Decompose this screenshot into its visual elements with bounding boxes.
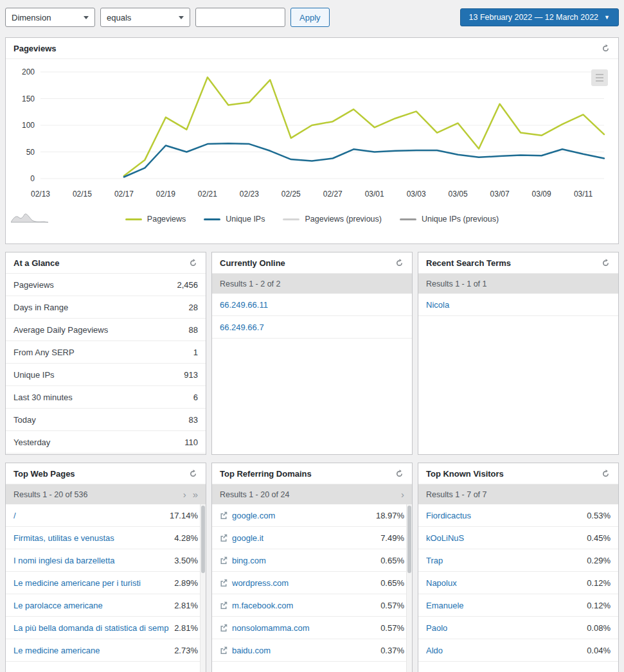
y-axis-tick-label: 50 xyxy=(26,148,35,157)
web-page-link[interactable]: Le parolacce americane xyxy=(13,601,103,610)
pagination: › xyxy=(401,490,404,499)
next-page-button[interactable]: › xyxy=(183,490,186,499)
known-visitor-link[interactable]: Paolo xyxy=(426,623,447,633)
list-item-percentage: 2.81% xyxy=(174,623,198,633)
known-visitor-link[interactable]: Napolux xyxy=(426,578,457,588)
referring-domain-link[interactable]: nonsolomamma.com xyxy=(232,623,310,633)
web-page-link[interactable]: I nomi inglesi da barzelletta xyxy=(13,556,115,565)
web-page-link[interactable]: Le medicine americane per i turisti xyxy=(13,578,141,588)
visitor-ip-link[interactable]: 66.249.66.11 xyxy=(220,300,268,310)
last-page-button[interactable]: » xyxy=(193,490,198,499)
scrollbar[interactable] xyxy=(406,504,412,672)
results-text: Results 1 - 1 of 1 xyxy=(426,279,487,288)
currently-online-list: 66.249.66.1166.249.66.7 xyxy=(212,294,412,339)
scrollbar-thumb[interactable] xyxy=(201,506,205,573)
list-item: google.com18.97% xyxy=(212,504,412,527)
panel-title: Currently Online xyxy=(220,258,285,268)
refresh-icon[interactable] xyxy=(395,258,404,268)
stats-row-1: At a Glance Pageviews2,456Days in Range2… xyxy=(5,252,619,455)
referring-domain-link[interactable]: wordpress.com xyxy=(232,578,289,588)
list-item-label: Emanuele xyxy=(426,601,464,610)
x-axis-tick-label: 03/07 xyxy=(490,190,510,199)
search-term-link[interactable]: Nicola xyxy=(426,300,449,310)
chart-options-button[interactable] xyxy=(591,69,608,86)
legend-label: Unique IPs (previous) xyxy=(422,215,499,224)
known-visitor-link[interactable]: kOoLiNuS xyxy=(426,533,464,543)
stats-row-2: Top Web Pages Results 1 - 20 of 536 › » … xyxy=(5,463,619,672)
list-item-percentage: 0.12% xyxy=(587,578,611,588)
list-item: Le parolacce americane2.81% xyxy=(6,594,206,617)
list-item: google.it7.49% xyxy=(212,527,412,549)
operator-select[interactable]: equals xyxy=(100,8,190,27)
results-bar: Results 1 - 1 of 1 xyxy=(418,274,618,294)
list-item-percentage: 0.65% xyxy=(380,578,404,588)
recent-search-terms-header: Recent Search Terms xyxy=(418,252,618,274)
refresh-icon[interactable] xyxy=(188,469,198,479)
web-page-link[interactable]: Firmitas, utilitas e venustas xyxy=(13,533,114,543)
list-item-label: kOoLiNuS xyxy=(426,533,464,543)
known-visitor-link[interactable]: Fiordicactus xyxy=(426,511,471,520)
glance-value: 2,456 xyxy=(177,280,198,290)
list-item-label: La più bella domanda di statistica di se… xyxy=(13,623,169,633)
known-visitor-link[interactable]: Emanuele xyxy=(426,601,464,610)
list-item-percentage: 2.89% xyxy=(174,578,198,588)
list-item-percentage: 4.28% xyxy=(174,533,198,543)
list-item: I nomi inglesi da barzelletta3.50% xyxy=(6,549,206,572)
glance-label: Days in Range xyxy=(13,303,68,312)
glance-value: 110 xyxy=(184,438,198,447)
list-item-percentage: 0.12% xyxy=(587,601,611,610)
list-item-percentage: 7.49% xyxy=(380,533,404,543)
list-item: Paolo0.08% xyxy=(418,617,618,639)
list-item-label: / xyxy=(13,511,16,520)
known-visitor-link[interactable]: Aldo xyxy=(426,646,443,655)
date-range-label: 13 February 2022 — 12 March 2022 xyxy=(469,13,599,22)
visitor-ip-link[interactable]: 66.249.66.7 xyxy=(220,323,264,332)
list-item-percentage: 0.57% xyxy=(380,601,404,610)
refresh-icon[interactable] xyxy=(395,469,404,479)
glance-row: Last 30 minutes6 xyxy=(6,386,206,409)
glance-value: 88 xyxy=(189,325,198,335)
results-text: Results 1 - 20 of 24 xyxy=(220,490,289,499)
pagination: › » xyxy=(183,490,198,499)
series-line xyxy=(124,77,604,175)
list-item: Le medicine americane2.73% xyxy=(6,639,206,662)
list-item-label: google.it xyxy=(220,533,263,543)
web-page-link[interactable]: / xyxy=(13,511,16,520)
refresh-icon[interactable] xyxy=(188,258,198,268)
referring-domain-link[interactable]: google.it xyxy=(232,533,263,543)
web-page-link[interactable]: La più bella domanda di statistica di se… xyxy=(13,623,169,633)
external-link-icon xyxy=(220,511,227,519)
refresh-icon[interactable] xyxy=(601,44,611,53)
results-bar: Results 1 - 2 of 2 xyxy=(212,274,412,294)
chart-legend: PageviewsUnique IPsPageviews (previous)U… xyxy=(12,215,612,224)
referring-domain-link[interactable]: bing.com xyxy=(232,556,266,565)
top-known-visitors-panel: Top Known Visitors Results 1 - 7 of 7 Fi… xyxy=(418,463,619,672)
list-item-label: baidu.com xyxy=(220,646,271,655)
dimension-select[interactable]: Dimension xyxy=(5,8,95,27)
referring-domain-link[interactable]: baidu.com xyxy=(232,646,271,655)
known-visitor-link[interactable]: Trap xyxy=(426,556,443,565)
filter-value-input[interactable] xyxy=(195,8,285,27)
scrollbar-thumb[interactable] xyxy=(407,506,411,573)
list-item-percentage: 0.04% xyxy=(587,646,611,655)
apply-button[interactable]: Apply xyxy=(290,8,330,27)
external-link-icon xyxy=(220,579,227,587)
date-range-button[interactable]: 13 February 2022 — 12 March 2022 ▼ xyxy=(460,8,619,26)
referring-domain-link[interactable]: m.facebook.com xyxy=(232,601,293,610)
glance-row: Pageviews2,456 xyxy=(6,274,206,296)
legend-swatch xyxy=(204,218,220,220)
web-page-link[interactable]: Le medicine americane xyxy=(13,646,100,655)
next-page-button[interactable]: › xyxy=(401,490,404,499)
referring-domain-link[interactable]: google.com xyxy=(232,511,275,520)
filter-bar: Dimension equals Apply 13 February 2022 … xyxy=(5,8,619,27)
panel-title: Pageviews xyxy=(13,44,57,53)
list-item: Firmitas, utilitas e venustas4.28% xyxy=(6,527,206,549)
refresh-icon[interactable] xyxy=(601,469,611,479)
external-link-icon xyxy=(220,556,227,564)
list-item-label: I nomi inglesi da barzelletta xyxy=(13,556,115,565)
caret-down-icon: ▼ xyxy=(604,15,610,21)
top-web-pages-header: Top Web Pages xyxy=(6,463,206,484)
scrollbar[interactable] xyxy=(200,504,206,672)
glance-row: Average Daily Pageviews88 xyxy=(6,319,206,341)
refresh-icon[interactable] xyxy=(601,258,611,268)
